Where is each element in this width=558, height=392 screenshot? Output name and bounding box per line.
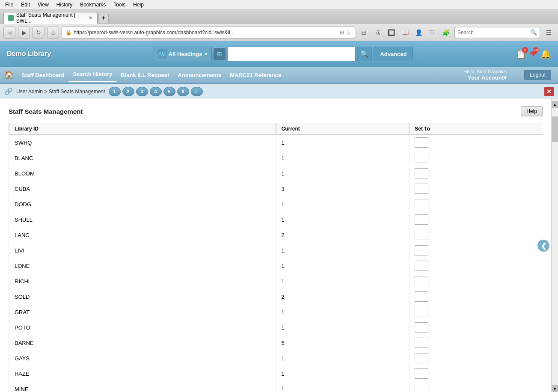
url-bar[interactable]: 🔒 https://preprod-swls-verso.auto-graphi… [62, 27, 355, 39]
extensions-icon[interactable]: 🧩 [440, 27, 452, 39]
bookmark-icon[interactable]: ☆ [346, 29, 351, 36]
nav-home-icon[interactable]: 🏠 [4, 70, 14, 80]
refresh-button[interactable]: ↻ [33, 27, 45, 39]
set-to-input[interactable] [415, 184, 428, 194]
search-dropdown[interactable]: AG All Headings ▼ [154, 47, 212, 61]
downloads-icon[interactable]: ⊟ [358, 27, 370, 39]
collapse-panel-button[interactable]: ❮ [537, 240, 549, 252]
set-to-input[interactable] [415, 384, 428, 392]
cell-library-id: SOLD [9, 289, 276, 304]
search-button[interactable]: 🔍 [357, 47, 372, 61]
back-button[interactable]: ◀ [3, 27, 15, 39]
cell-current: 1 [276, 166, 410, 181]
account-link[interactable]: Your Account▾ [468, 74, 507, 81]
close-button[interactable]: ✕ [544, 87, 554, 96]
page-tab-6[interactable]: 6 [177, 87, 189, 96]
reader-icon[interactable]: ⊞ [340, 30, 344, 36]
cell-set-to[interactable] [409, 150, 543, 166]
set-to-input[interactable] [415, 307, 428, 317]
menu-bookmarks[interactable]: Bookmarks [77, 1, 109, 9]
menu-edit[interactable]: Edit [18, 1, 33, 9]
cell-set-to[interactable] [409, 366, 543, 381]
account-icon[interactable]: 👤 [413, 27, 424, 39]
set-to-input[interactable] [415, 168, 428, 178]
home-button[interactable]: ⌂ [47, 27, 59, 39]
set-to-input[interactable] [415, 245, 428, 255]
set-to-input[interactable] [415, 153, 428, 163]
logout-button[interactable]: Logout [524, 70, 551, 80]
cell-set-to[interactable] [409, 212, 543, 227]
set-to-input[interactable] [415, 199, 428, 209]
advanced-button[interactable]: Advanced [374, 47, 413, 61]
nav-marc21[interactable]: MARC21 Reference [226, 68, 285, 82]
cell-current: 1 [276, 366, 410, 381]
set-to-input[interactable] [415, 214, 428, 225]
addon1-icon[interactable]: 🔲 [385, 27, 397, 39]
shield-icon[interactable]: 🛡 [426, 27, 438, 39]
cell-set-to[interactable] [409, 273, 543, 289]
scroll-down-button[interactable]: ▼ [552, 385, 558, 392]
page-tab-1[interactable]: 1 [109, 87, 121, 96]
page-tab-3[interactable]: 3 [136, 87, 148, 96]
active-tab[interactable]: Staff Seats Management | SWL... ✕ [3, 12, 98, 24]
cell-set-to[interactable] [409, 181, 543, 196]
cell-set-to[interactable] [409, 350, 543, 366]
page-tab-4[interactable]: 4 [150, 87, 162, 96]
page-tab-5[interactable]: 5 [163, 87, 175, 96]
cell-set-to[interactable] [409, 196, 543, 212]
nav-announcements[interactable]: Announcements [173, 68, 226, 82]
database-icon[interactable]: ⊞ [214, 48, 226, 60]
addon2-icon[interactable]: 📖 [399, 27, 411, 39]
set-to-input[interactable] [415, 338, 428, 348]
panel-title-row: Staff Seats Management Help [9, 106, 543, 116]
menu-history[interactable]: History [53, 1, 76, 9]
set-to-input[interactable] [415, 353, 428, 363]
cell-set-to[interactable] [409, 258, 543, 273]
cell-set-to[interactable] [409, 135, 543, 151]
alerts-icon[interactable]: 🔔 [540, 49, 551, 59]
new-tab-button[interactable]: + [98, 13, 109, 23]
nav-staff-dashboard[interactable]: Staff Dashboard [17, 68, 68, 82]
scroll-up-button[interactable]: ▲ [552, 101, 558, 108]
search-section: AG All Headings ▼ ⊞ 🔍 Advanced [56, 47, 511, 61]
cell-library-id: HAZE [9, 366, 276, 381]
menu-help[interactable]: Help [130, 1, 147, 9]
page-tab-L[interactable]: L [191, 87, 203, 96]
table-row: LONE 1 [9, 258, 543, 273]
cell-set-to[interactable] [409, 166, 543, 181]
menu-file[interactable]: File [2, 1, 17, 9]
cell-set-to[interactable] [409, 335, 543, 350]
help-button[interactable]: Help [521, 106, 543, 116]
menu-tools[interactable]: Tools [110, 1, 129, 9]
browser-search-input[interactable] [457, 30, 530, 36]
set-to-input[interactable] [415, 137, 428, 148]
set-to-input[interactable] [415, 322, 428, 333]
print-icon[interactable]: 🖨 [371, 27, 383, 39]
cell-set-to[interactable] [409, 320, 543, 335]
cell-set-to[interactable] [409, 289, 543, 304]
menu-icon[interactable]: ☰ [543, 27, 555, 39]
app-nav: 🏠 Staff Dashboard Search History Blank I… [0, 67, 558, 84]
forward-button[interactable]: ▶ [18, 27, 30, 39]
cell-set-to[interactable] [409, 304, 543, 320]
favorites-icon[interactable]: ❤ F9 [530, 49, 537, 59]
set-to-input[interactable] [415, 368, 428, 379]
cell-set-to[interactable] [409, 381, 543, 392]
browser-search-bar[interactable]: 🔍 [454, 27, 540, 38]
lists-icon[interactable]: 📋 2 [516, 49, 526, 59]
cell-set-to[interactable] [409, 243, 543, 258]
tab-close-icon[interactable]: ✕ [89, 15, 93, 21]
set-to-input[interactable] [415, 276, 428, 286]
set-to-input[interactable] [415, 261, 428, 271]
app-header: Demo Library AG All Headings ▼ ⊞ 🔍 Advan… [0, 41, 558, 67]
menu-view[interactable]: View [34, 1, 52, 9]
scrollbar-track[interactable]: ▲ ▼ [551, 99, 558, 392]
nav-search-history[interactable]: Search History [68, 68, 116, 82]
nav-blank-ill[interactable]: Blank ILL Request [116, 68, 173, 82]
page-tab-2[interactable]: 2 [122, 87, 134, 96]
cell-set-to[interactable] [409, 227, 543, 243]
search-input[interactable] [231, 51, 352, 57]
set-to-input[interactable] [415, 230, 428, 240]
scrollbar-thumb[interactable] [552, 116, 558, 142]
set-to-input[interactable] [415, 291, 428, 302]
